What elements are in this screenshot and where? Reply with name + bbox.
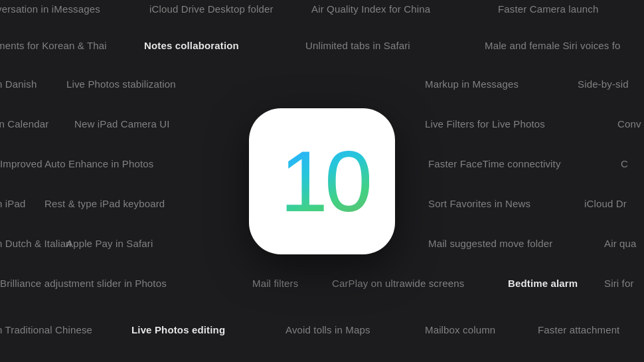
feature-label-f5: ments for Korean & Thai xyxy=(0,40,107,51)
feature-label-f15: Live Filters for Live Photos xyxy=(425,118,545,130)
feature-label-f26: Mail suggested move folder xyxy=(428,238,552,249)
feature-label-f31: Bedtime alarm xyxy=(508,278,578,289)
feature-label-f36: Mailbox column xyxy=(425,324,495,335)
feature-label-f14: New iPad Camera UI xyxy=(74,118,170,130)
feature-label-f22: Sort Favorites in News xyxy=(428,198,530,209)
feature-label-f17: Improved Auto Enhance in Photos xyxy=(0,158,153,169)
feature-label-f25: Apple Pay in Safari xyxy=(66,238,153,249)
feature-label-f35: Avoid tolls in Maps xyxy=(285,324,370,335)
feature-label-f23: iCloud Dr xyxy=(584,198,627,209)
feature-label-f30: CarPlay on ultrawide screens xyxy=(332,278,464,289)
feature-label-f1: versation in iMessages xyxy=(0,3,100,15)
feature-label-f19: C xyxy=(621,158,628,169)
ios-logo-text: 10 xyxy=(275,138,370,225)
feature-label-f9: n Danish xyxy=(0,78,37,90)
feature-label-f4: Faster Camera launch xyxy=(498,3,598,15)
feature-label-f10: Live Photos stabilization xyxy=(66,78,176,90)
ios-logo-container: 10 xyxy=(249,108,395,254)
feature-label-f11: Markup in Messages xyxy=(425,78,519,90)
feature-label-f18: Faster FaceTime connectivity xyxy=(428,158,561,169)
feature-label-f32: Siri for xyxy=(604,278,634,289)
feature-label-f3: Air Quality Index for China xyxy=(311,3,430,15)
ios-logo-box: 10 xyxy=(249,108,395,254)
feature-label-f28: Brilliance adjustment slider in Photos xyxy=(0,278,167,289)
feature-label-f37: Faster attachment xyxy=(538,324,619,335)
feature-label-f29: Mail filters xyxy=(252,278,298,289)
feature-label-f20: n iPad xyxy=(0,198,25,209)
feature-label-f16: Conv xyxy=(617,118,641,130)
feature-label-f8: Male and female Siri voices fo xyxy=(485,40,621,51)
feature-label-f27: Air qua xyxy=(604,238,637,249)
feature-label-f2: iCloud Drive Desktop folder xyxy=(149,3,274,15)
feature-label-f24: n Dutch & Italian xyxy=(0,238,72,249)
feature-label-f21: Rest & type iPad keyboard xyxy=(44,198,165,209)
feature-label-f33: n Traditional Chinese xyxy=(0,324,92,335)
feature-label-f7: Unlimited tabs in Safari xyxy=(305,40,410,51)
feature-label-f13: in Calendar xyxy=(0,118,48,130)
feature-label-f6: Notes collaboration xyxy=(144,40,239,51)
feature-label-f34: Live Photos editing xyxy=(131,324,225,335)
feature-label-f12: Side-by-sid xyxy=(578,78,629,90)
